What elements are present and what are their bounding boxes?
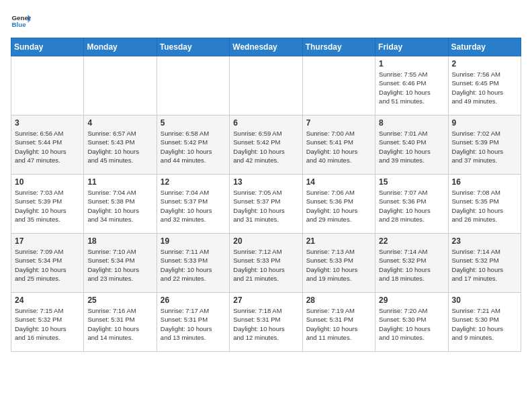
day-info: Sunrise: 7:01 AM Sunset: 5:40 PM Dayligh… [379, 129, 444, 165]
svg-text:Blue: Blue [12, 21, 27, 28]
day-number: 1 [379, 59, 444, 68]
calendar-table: SundayMondayTuesdayWednesdayThursdayFrid… [11, 38, 521, 352]
calendar-cell: 18Sunrise: 7:10 AM Sunset: 5:34 PM Dayli… [84, 234, 157, 293]
day-number: 27 [233, 295, 298, 305]
day-number: 13 [233, 177, 298, 187]
day-number: 9 [452, 118, 517, 128]
day-info: Sunrise: 7:08 AM Sunset: 5:35 PM Dayligh… [452, 188, 517, 224]
day-info: Sunrise: 6:59 AM Sunset: 5:42 PM Dayligh… [233, 129, 298, 165]
calendar-cell [302, 56, 375, 116]
calendar-cell: 16Sunrise: 7:08 AM Sunset: 5:35 PM Dayli… [448, 175, 521, 234]
calendar-cell: 4Sunrise: 6:57 AM Sunset: 5:43 PM Daylig… [84, 116, 157, 175]
day-number: 8 [379, 118, 444, 128]
calendar-cell: 22Sunrise: 7:14 AM Sunset: 5:32 PM Dayli… [375, 234, 448, 293]
calendar-cell: 21Sunrise: 7:13 AM Sunset: 5:33 PM Dayli… [302, 234, 375, 293]
day-number: 7 [306, 118, 371, 128]
calendar-cell: 11Sunrise: 7:04 AM Sunset: 5:38 PM Dayli… [84, 175, 157, 234]
day-number: 19 [161, 236, 226, 246]
weekday-header-saturday: Saturday [448, 38, 521, 56]
calendar-cell: 29Sunrise: 7:20 AM Sunset: 5:30 PM Dayli… [375, 293, 448, 352]
day-info: Sunrise: 7:55 AM Sunset: 6:46 PM Dayligh… [379, 70, 444, 105]
day-number: 16 [452, 177, 517, 187]
day-info: Sunrise: 7:04 AM Sunset: 5:38 PM Dayligh… [87, 188, 152, 224]
day-number: 12 [161, 177, 226, 187]
weekday-header-sunday: Sunday [11, 38, 84, 56]
day-number: 14 [306, 177, 371, 187]
calendar-cell: 15Sunrise: 7:07 AM Sunset: 5:36 PM Dayli… [375, 175, 448, 234]
day-number: 18 [87, 236, 152, 246]
day-info: Sunrise: 7:56 AM Sunset: 6:45 PM Dayligh… [452, 70, 517, 105]
day-number: 22 [379, 236, 444, 246]
day-number: 23 [452, 236, 517, 246]
logo-icon: General Blue [11, 11, 31, 31]
day-number: 28 [306, 295, 371, 305]
day-info: Sunrise: 7:12 AM Sunset: 5:33 PM Dayligh… [233, 247, 298, 283]
day-number: 5 [161, 118, 226, 128]
day-number: 24 [15, 295, 80, 305]
day-info: Sunrise: 7:20 AM Sunset: 5:30 PM Dayligh… [379, 306, 444, 342]
day-info: Sunrise: 7:02 AM Sunset: 5:39 PM Dayligh… [452, 129, 517, 165]
day-info: Sunrise: 7:04 AM Sunset: 5:37 PM Dayligh… [161, 188, 226, 224]
calendar-cell: 5Sunrise: 6:58 AM Sunset: 5:42 PM Daylig… [157, 116, 229, 175]
weekday-header-wednesday: Wednesday [230, 38, 302, 56]
day-info: Sunrise: 7:18 AM Sunset: 5:31 PM Dayligh… [233, 306, 298, 342]
calendar-cell: 9Sunrise: 7:02 AM Sunset: 5:39 PM Daylig… [448, 116, 521, 175]
day-info: Sunrise: 7:05 AM Sunset: 5:37 PM Dayligh… [233, 188, 298, 224]
logo: General Blue [11, 11, 31, 31]
calendar-cell: 3Sunrise: 6:56 AM Sunset: 5:44 PM Daylig… [11, 116, 84, 175]
calendar-cell: 12Sunrise: 7:04 AM Sunset: 5:37 PM Dayli… [157, 175, 229, 234]
calendar-cell: 28Sunrise: 7:19 AM Sunset: 5:31 PM Dayli… [302, 293, 375, 352]
day-info: Sunrise: 7:14 AM Sunset: 5:32 PM Dayligh… [379, 247, 444, 283]
day-info: Sunrise: 7:10 AM Sunset: 5:34 PM Dayligh… [87, 247, 152, 283]
day-number: 26 [161, 295, 226, 305]
day-number: 29 [379, 295, 444, 305]
calendar-cell: 7Sunrise: 7:00 AM Sunset: 5:41 PM Daylig… [302, 116, 375, 175]
calendar-cell: 8Sunrise: 7:01 AM Sunset: 5:40 PM Daylig… [375, 116, 448, 175]
day-info: Sunrise: 7:06 AM Sunset: 5:36 PM Dayligh… [306, 188, 371, 224]
day-number: 21 [306, 236, 371, 246]
day-info: Sunrise: 7:09 AM Sunset: 5:34 PM Dayligh… [15, 247, 80, 283]
calendar-cell: 27Sunrise: 7:18 AM Sunset: 5:31 PM Dayli… [230, 293, 302, 352]
day-info: Sunrise: 7:19 AM Sunset: 5:31 PM Dayligh… [306, 306, 371, 342]
calendar-cell: 1Sunrise: 7:55 AM Sunset: 6:46 PM Daylig… [375, 56, 448, 116]
day-number: 10 [15, 177, 80, 187]
day-info: Sunrise: 6:57 AM Sunset: 5:43 PM Dayligh… [87, 129, 152, 165]
calendar-cell: 10Sunrise: 7:03 AM Sunset: 5:39 PM Dayli… [11, 175, 84, 234]
day-info: Sunrise: 7:11 AM Sunset: 5:33 PM Dayligh… [161, 247, 226, 283]
weekday-header-thursday: Thursday [302, 38, 375, 56]
calendar-cell: 17Sunrise: 7:09 AM Sunset: 5:34 PM Dayli… [11, 234, 84, 293]
weekday-header-tuesday: Tuesday [157, 38, 229, 56]
day-info: Sunrise: 7:21 AM Sunset: 5:30 PM Dayligh… [452, 306, 517, 342]
weekday-header-friday: Friday [375, 38, 448, 56]
calendar-cell: 26Sunrise: 7:17 AM Sunset: 5:31 PM Dayli… [157, 293, 229, 352]
day-number: 25 [87, 295, 152, 305]
header: General Blue [11, 11, 521, 31]
day-number: 3 [15, 118, 80, 128]
calendar-cell: 23Sunrise: 7:14 AM Sunset: 5:32 PM Dayli… [448, 234, 521, 293]
calendar-cell [84, 56, 157, 116]
calendar-cell: 14Sunrise: 7:06 AM Sunset: 5:36 PM Dayli… [302, 175, 375, 234]
day-number: 20 [233, 236, 298, 246]
calendar-cell [230, 56, 302, 116]
calendar-cell: 30Sunrise: 7:21 AM Sunset: 5:30 PM Dayli… [448, 293, 521, 352]
calendar-cell: 6Sunrise: 6:59 AM Sunset: 5:42 PM Daylig… [230, 116, 302, 175]
day-number: 30 [452, 295, 517, 305]
calendar-cell: 13Sunrise: 7:05 AM Sunset: 5:37 PM Dayli… [230, 175, 302, 234]
calendar-cell: 24Sunrise: 7:15 AM Sunset: 5:32 PM Dayli… [11, 293, 84, 352]
day-number: 15 [379, 177, 444, 187]
calendar-cell [11, 56, 84, 116]
day-info: Sunrise: 7:03 AM Sunset: 5:39 PM Dayligh… [15, 188, 80, 224]
day-info: Sunrise: 7:07 AM Sunset: 5:36 PM Dayligh… [379, 188, 444, 224]
day-info: Sunrise: 7:16 AM Sunset: 5:31 PM Dayligh… [87, 306, 152, 342]
calendar-cell: 25Sunrise: 7:16 AM Sunset: 5:31 PM Dayli… [84, 293, 157, 352]
day-info: Sunrise: 7:13 AM Sunset: 5:33 PM Dayligh… [306, 247, 371, 283]
day-number: 4 [87, 118, 152, 128]
day-number: 2 [452, 59, 517, 68]
calendar-cell: 19Sunrise: 7:11 AM Sunset: 5:33 PM Dayli… [157, 234, 229, 293]
day-info: Sunrise: 7:17 AM Sunset: 5:31 PM Dayligh… [161, 306, 226, 342]
calendar-cell: 2Sunrise: 7:56 AM Sunset: 6:45 PM Daylig… [448, 56, 521, 116]
day-number: 11 [87, 177, 152, 187]
day-info: Sunrise: 6:56 AM Sunset: 5:44 PM Dayligh… [15, 129, 80, 165]
calendar-cell [157, 56, 229, 116]
weekday-header-monday: Monday [84, 38, 157, 56]
